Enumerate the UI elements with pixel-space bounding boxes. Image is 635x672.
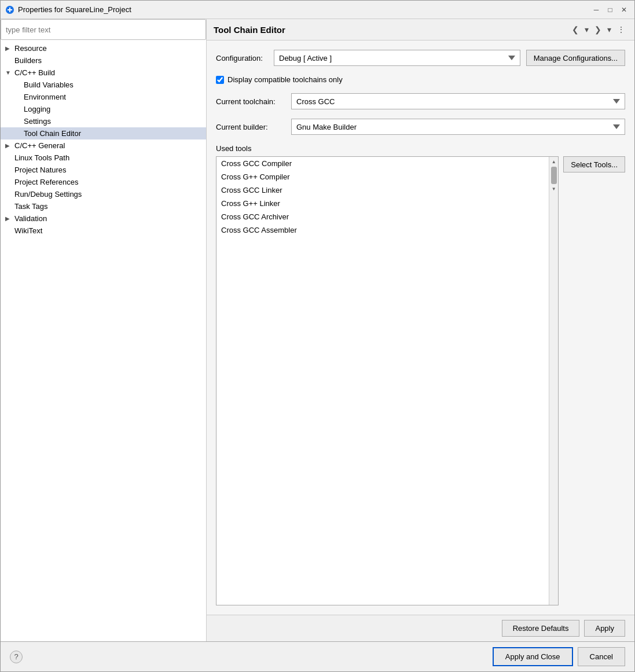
tool-item[interactable]: Cross G++ Compiler	[216, 170, 549, 183]
sidebar-item-label-cpp-build: C/C++ Build	[14, 68, 55, 77]
compatible-toolchains-checkbox[interactable]	[216, 76, 224, 84]
current-toolchain-row: Current toolchain: Cross GCC	[216, 93, 625, 109]
checkbox-row: Display compatible toolchains only	[216, 75, 625, 84]
sidebar-item-label-project-natures: Project Natures	[14, 166, 67, 174]
tool-item[interactable]: Cross GCC Compiler	[216, 157, 549, 170]
sidebar-item-tool-chain-editor[interactable]: Tool Chain Editor	[1, 127, 206, 139]
window-title: Properties for SquareLine_Project	[18, 5, 131, 14]
sidebar-item-validation[interactable]: ▶Validation	[1, 212, 206, 225]
back-button[interactable]: ❮	[570, 24, 581, 35]
close-button[interactable]: ✕	[618, 4, 630, 16]
sidebar-item-build-variables[interactable]: Build Variables	[1, 79, 206, 91]
sidebar-item-label-linux-tools-path: Linux Tools Path	[14, 153, 69, 162]
minimize-button[interactable]: ─	[590, 4, 602, 16]
bottom-bar: Restore Defaults Apply	[207, 615, 634, 641]
header-icons: ❮ ▾ ❯ ▾ ⋮	[570, 24, 627, 35]
scroll-down-arrow[interactable]: ▼	[550, 185, 557, 193]
sidebar-item-label-cpp-general: C/C++ General	[14, 141, 65, 150]
tree-arrow-resource: ▶	[5, 45, 12, 52]
tree-arrow-cpp-general: ▶	[5, 142, 12, 149]
tools-list-container: Cross GCC CompilerCross G++ CompilerCros…	[216, 156, 559, 605]
maximize-button[interactable]: □	[604, 4, 616, 16]
sidebar-item-builders[interactable]: Builders	[1, 54, 206, 67]
current-toolchain-label: Current toolchain:	[216, 97, 285, 106]
scroll-up-arrow[interactable]: ▲	[550, 158, 557, 166]
sidebar-item-label-wikitext: WikiText	[14, 226, 42, 235]
apply-button[interactable]: Apply	[584, 620, 625, 637]
tool-item[interactable]: Cross GCC Assembler	[216, 223, 549, 237]
sidebar-item-label-environment: Environment	[24, 93, 66, 101]
tree-nav: ▶ResourceBuilders▼C/C++ BuildBuild Varia…	[1, 40, 206, 641]
sidebar-item-label-validation: Validation	[14, 214, 47, 223]
sidebar-item-linux-tools-path[interactable]: Linux Tools Path	[1, 152, 206, 164]
sidebar-item-label-task-tags: Task Tags	[14, 202, 48, 211]
sidebar-item-cpp-build[interactable]: ▼C/C++ Build	[1, 67, 206, 79]
right-panel-title: Tool Chain Editor	[214, 25, 285, 35]
current-builder-row: Current builder: Gnu Make Builder	[216, 119, 625, 135]
current-toolchain-select[interactable]: Cross GCC	[291, 93, 625, 109]
back-dropdown-button[interactable]: ▾	[582, 24, 591, 35]
scrollbar-thumb[interactable]	[551, 167, 557, 184]
apply-and-close-button[interactable]: Apply and Close	[493, 647, 573, 666]
sidebar-item-label-resource: Resource	[14, 44, 47, 53]
sidebar-item-label-run-debug-settings: Run/Debug Settings	[14, 190, 82, 199]
manage-configurations-button[interactable]: Manage Configurations...	[526, 50, 625, 66]
footer-bar: ? Apply and Close Cancel	[1, 641, 634, 671]
right-body: Configuration: Debug [ Active ] Manage C…	[207, 41, 634, 615]
used-tools-body: Cross GCC CompilerCross G++ CompilerCros…	[216, 156, 625, 605]
help-button[interactable]: ?	[10, 651, 23, 663]
configuration-select[interactable]: Debug [ Active ]	[274, 50, 520, 66]
tools-list: Cross GCC CompilerCross G++ CompilerCros…	[216, 157, 549, 605]
sidebar-item-task-tags[interactable]: Task Tags	[1, 200, 206, 212]
left-panel: ▶ResourceBuilders▼C/C++ BuildBuild Varia…	[1, 19, 207, 641]
sidebar-item-cpp-general[interactable]: ▶C/C++ General	[1, 139, 206, 152]
menu-button[interactable]: ⋮	[615, 24, 627, 35]
sidebar-item-project-references[interactable]: Project References	[1, 176, 206, 188]
sidebar-item-label-tool-chain-editor: Tool Chain Editor	[24, 129, 81, 138]
configuration-row: Configuration: Debug [ Active ] Manage C…	[216, 50, 625, 66]
select-tools-button[interactable]: Select Tools...	[563, 156, 625, 172]
right-header: Tool Chain Editor ❮ ▾ ❯ ▾ ⋮	[207, 19, 634, 41]
used-tools-section: Used tools Cross GCC CompilerCross G++ C…	[216, 144, 625, 605]
sidebar-item-logging[interactable]: Logging	[1, 103, 206, 115]
current-builder-select[interactable]: Gnu Make Builder	[291, 119, 625, 135]
properties-dialog: Properties for SquareLine_Project ─ □ ✕ …	[0, 0, 635, 672]
sidebar-item-label-logging: Logging	[24, 105, 50, 113]
tools-scrollbar: ▲ ▼	[549, 157, 558, 605]
svg-rect-2	[9, 8, 10, 12]
forward-dropdown-button[interactable]: ▾	[605, 24, 614, 35]
sidebar-item-resource[interactable]: ▶Resource	[1, 42, 206, 54]
sidebar-item-label-build-variables: Build Variables	[24, 80, 74, 89]
tool-item[interactable]: Cross GCC Archiver	[216, 210, 549, 223]
current-builder-label: Current builder:	[216, 123, 285, 131]
tree-arrow-validation: ▶	[5, 215, 12, 222]
footer-right: Apply and Close Cancel	[493, 647, 625, 666]
sidebar-item-wikitext[interactable]: WikiText	[1, 225, 206, 237]
compatible-toolchains-label: Display compatible toolchains only	[227, 75, 343, 84]
sidebar-item-settings[interactable]: Settings	[1, 115, 206, 127]
sidebar-item-environment[interactable]: Environment	[1, 91, 206, 103]
cancel-button[interactable]: Cancel	[578, 647, 625, 666]
footer-left: ?	[10, 651, 23, 663]
main-content: ▶ResourceBuilders▼C/C++ BuildBuild Varia…	[1, 19, 634, 641]
sidebar-item-project-natures[interactable]: Project Natures	[1, 164, 206, 176]
forward-button[interactable]: ❯	[592, 24, 604, 35]
sidebar-item-label-project-references: Project References	[14, 178, 79, 186]
tree-arrow-cpp-build: ▼	[5, 69, 12, 76]
filter-input[interactable]	[1, 19, 206, 40]
window-icon	[5, 5, 14, 14]
sidebar-item-label-settings: Settings	[24, 117, 51, 126]
restore-defaults-button[interactable]: Restore Defaults	[502, 620, 580, 637]
right-panel: Tool Chain Editor ❮ ▾ ❯ ▾ ⋮ Configuratio…	[207, 19, 634, 641]
tool-item[interactable]: Cross G++ Linker	[216, 197, 549, 210]
configuration-label: Configuration:	[216, 54, 268, 63]
title-controls: ─ □ ✕	[590, 4, 630, 16]
title-bar: Properties for SquareLine_Project ─ □ ✕	[1, 1, 634, 19]
title-bar-left: Properties for SquareLine_Project	[5, 5, 131, 14]
sidebar-item-run-debug-settings[interactable]: Run/Debug Settings	[1, 188, 206, 200]
used-tools-label: Used tools	[216, 144, 625, 153]
tool-item[interactable]: Cross GCC Linker	[216, 183, 549, 197]
sidebar-item-label-builders: Builders	[14, 56, 42, 65]
